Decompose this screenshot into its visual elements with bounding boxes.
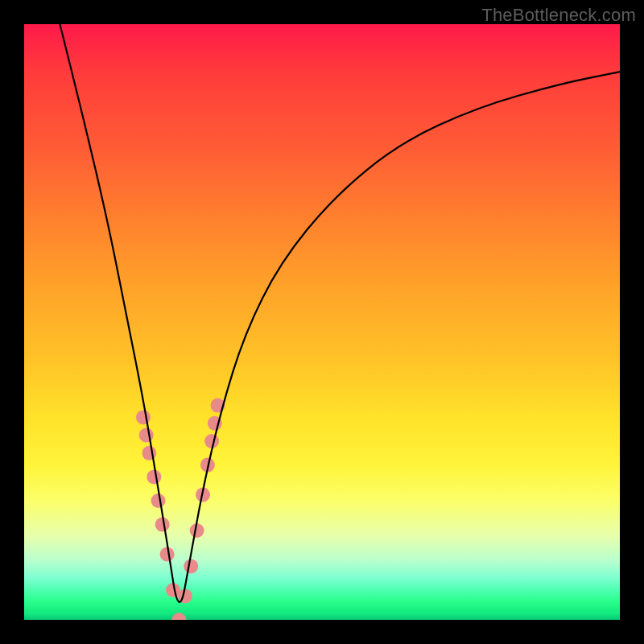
watermark-text: TheBottleneck.com: [481, 5, 636, 26]
highlight-dot: [190, 523, 204, 538]
highlight-dot: [211, 398, 225, 413]
highlight-dot: [184, 559, 198, 573]
bottleneck-curve: [60, 24, 620, 602]
highlight-dot: [151, 493, 166, 508]
highlight-dot: [155, 518, 170, 532]
chart-plot-area: [24, 24, 620, 620]
highlight-dot: [160, 547, 175, 562]
highlight-dot: [142, 446, 156, 460]
highlight-dot: [208, 416, 222, 431]
highlight-dot: [136, 410, 151, 424]
highlight-dot: [147, 469, 161, 484]
highlight-dot: [200, 458, 215, 473]
highlight-dot: [178, 588, 192, 603]
highlight-dot: [171, 613, 186, 620]
highlight-dot: [204, 434, 219, 448]
chart-svg: [24, 24, 620, 620]
highlight-dot: [166, 583, 180, 597]
highlight-dot: [196, 488, 210, 502]
highlight-markers: [136, 398, 225, 620]
highlight-dot: [139, 428, 154, 443]
